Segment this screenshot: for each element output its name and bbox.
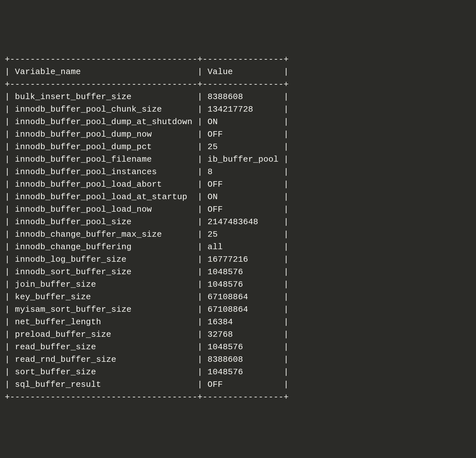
table-body: | bulk_insert_buffer_size | 8388608 | | … — [5, 92, 289, 389]
table-border-mid: +-------------------------------------+-… — [5, 80, 289, 89]
table-border-bottom: +-------------------------------------+-… — [5, 392, 289, 402]
table-header-row: | Variable_name | Value | — [5, 67, 289, 77]
mysql-output: +-------------------------------------+-… — [5, 53, 471, 403]
table-border-top: +-------------------------------------+-… — [5, 55, 289, 64]
